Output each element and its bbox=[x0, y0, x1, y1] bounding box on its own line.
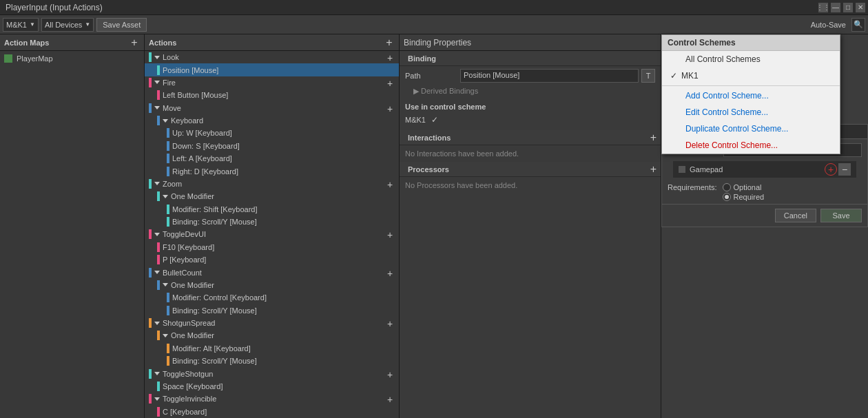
action-row[interactable]: Keyboard bbox=[145, 114, 399, 127]
scheme-row: M&K1 ✓ bbox=[405, 115, 655, 125]
panel-actions: Actions + Look + Position [Mouse] Fire +… bbox=[145, 34, 400, 418]
dropdown-item-add-control-scheme[interactable]: Add Control Scheme... bbox=[662, 87, 840, 104]
radio-group: Optional Required bbox=[723, 183, 765, 201]
processors-section-header: Processors + bbox=[400, 162, 661, 177]
remove-device-button[interactable]: − bbox=[838, 163, 851, 176]
toolbar: M&K1 ▼ All Devices ▼ Save Asset Auto-Sav… bbox=[0, 15, 868, 34]
action-row[interactable]: Binding: Scroll/Y [Mouse] bbox=[145, 355, 399, 367]
add-action-map-button[interactable]: + bbox=[129, 37, 140, 48]
action-row[interactable]: Move + bbox=[145, 102, 399, 114]
action-row[interactable]: ToggleShotgun + bbox=[145, 367, 399, 379]
color-indicator bbox=[167, 141, 169, 151]
menu-button[interactable]: ⋮⋮ bbox=[818, 3, 828, 12]
maximize-button[interactable]: □ bbox=[843, 3, 853, 12]
action-row[interactable]: Up: W [Keyboard] bbox=[145, 127, 399, 139]
action-row[interactable]: Space [Keyboard] bbox=[145, 380, 399, 393]
color-indicator bbox=[157, 90, 160, 100]
add-binding-button[interactable]: + bbox=[385, 103, 395, 113]
device-selector[interactable]: All Devices ▼ bbox=[41, 18, 94, 32]
collapse-icon bbox=[679, 166, 685, 173]
action-row[interactable]: C [Keyboard] bbox=[145, 406, 399, 418]
add-interaction-button[interactable]: + bbox=[650, 132, 657, 144]
action-row[interactable]: Left: A [Keyboard] bbox=[145, 152, 399, 165]
no-processors-text: No Processors have been added. bbox=[400, 177, 661, 194]
optional-radio[interactable]: Optional bbox=[723, 183, 765, 191]
scheme-selector[interactable]: M&K1 ▼ bbox=[3, 18, 39, 32]
action-row[interactable]: P [Keyboard] bbox=[145, 253, 399, 266]
add-binding-button[interactable]: + bbox=[385, 78, 395, 87]
action-row[interactable]: Right: D [Keyboard] bbox=[145, 165, 399, 177]
t-button[interactable]: T bbox=[641, 69, 655, 83]
action-row[interactable]: Look + bbox=[145, 51, 399, 63]
add-device-button[interactable]: + bbox=[825, 163, 837, 176]
close-button[interactable]: ✕ bbox=[856, 3, 865, 12]
expand-icon bbox=[154, 106, 160, 109]
action-row[interactable]: Modifier: Shift [Keyboard] bbox=[145, 203, 399, 216]
required-radio[interactable]: Required bbox=[723, 193, 765, 201]
binding-properties-header: Binding Properties bbox=[400, 34, 661, 51]
color-indicator bbox=[157, 255, 160, 264]
dropdown-divider bbox=[662, 85, 840, 86]
required-radio-button[interactable] bbox=[723, 193, 731, 201]
save-button[interactable]: Save bbox=[820, 209, 862, 222]
window-controls: ⋮⋮ — □ ✕ bbox=[818, 3, 865, 12]
dropdown-item-all-control-schemes[interactable]: All Control Schemes bbox=[662, 51, 840, 67]
expand-icon bbox=[154, 233, 160, 236]
action-map-icon bbox=[4, 54, 12, 63]
action-row[interactable]: Position [Mouse] bbox=[145, 63, 399, 76]
add-binding-button[interactable]: + bbox=[385, 179, 395, 189]
path-dropdown[interactable]: Position [Mouse] bbox=[460, 69, 639, 83]
dropdown-item-duplicate-control-scheme[interactable]: Duplicate Control Scheme... bbox=[662, 121, 840, 137]
expand-icon bbox=[154, 372, 160, 375]
color-indicator bbox=[157, 116, 160, 125]
dropdown-title: Control Schemes bbox=[668, 38, 736, 48]
add-binding-button[interactable]: + bbox=[385, 52, 395, 62]
add-processor-button[interactable]: + bbox=[650, 163, 657, 176]
action-map-item[interactable]: PlayerMap bbox=[0, 51, 144, 66]
scheme-name: M&K1 bbox=[405, 116, 426, 124]
action-row[interactable]: ToggleDevUI + bbox=[145, 228, 399, 240]
action-row[interactable]: Modifier: Alt [Keyboard] bbox=[145, 342, 399, 355]
color-indicator bbox=[167, 293, 169, 302]
action-row[interactable]: Binding: Scroll/Y [Mouse] bbox=[145, 216, 399, 228]
interactions-section-header: Interactions + bbox=[400, 130, 661, 145]
add-binding-button[interactable]: + bbox=[385, 318, 395, 328]
add-binding-button[interactable]: + bbox=[385, 268, 395, 278]
action-row[interactable]: One Modifier bbox=[145, 190, 399, 202]
dropdown-item-delete-control-scheme[interactable]: Delete Control Scheme... bbox=[662, 137, 840, 154]
binding-section-label: Binding bbox=[408, 54, 436, 63]
action-row[interactable]: Binding: Scroll/Y [Mouse] bbox=[145, 304, 399, 317]
action-row[interactable]: Fire + bbox=[145, 76, 399, 89]
minimize-button[interactable]: — bbox=[831, 3, 840, 12]
add-binding-button[interactable]: + bbox=[385, 229, 395, 239]
search-button[interactable]: 🔍 bbox=[851, 18, 865, 32]
dropdown-item-mk1[interactable]: ✓ MK1 bbox=[662, 67, 840, 84]
requirements-row: Requirements: Optional Required bbox=[662, 180, 867, 204]
dropdown-item-edit-control-scheme[interactable]: Edit Control Scheme... bbox=[662, 104, 840, 121]
no-interactions-text: No Interactions have been added. bbox=[400, 145, 661, 162]
add-binding-button[interactable]: + bbox=[385, 394, 395, 404]
add-action-button[interactable]: + bbox=[384, 37, 395, 48]
action-row[interactable]: BulletCount + bbox=[145, 266, 399, 278]
expand-icon bbox=[154, 397, 160, 401]
action-row[interactable]: One Modifier bbox=[145, 329, 399, 342]
cancel-button[interactable]: Cancel bbox=[775, 209, 816, 222]
color-indicator bbox=[149, 369, 152, 379]
action-row[interactable]: Zoom + bbox=[145, 178, 399, 190]
derived-bindings[interactable]: ▶ Derived Bindings bbox=[400, 85, 661, 97]
optional-radio-button[interactable] bbox=[723, 183, 731, 191]
action-row[interactable]: Down: S [Keyboard] bbox=[145, 140, 399, 152]
action-row[interactable]: ToggleInvincible + bbox=[145, 393, 399, 405]
chevron-down-icon: ▼ bbox=[85, 21, 90, 28]
use-in-scheme-section: Use in control scheme M&K1 ✓ bbox=[400, 97, 661, 130]
add-binding-button[interactable]: + bbox=[385, 369, 395, 379]
save-asset-button[interactable]: Save Asset bbox=[96, 18, 147, 32]
action-row[interactable]: Left Button [Mouse] bbox=[145, 89, 399, 101]
action-row[interactable]: Modifier: Control [Keyboard] bbox=[145, 291, 399, 304]
action-row[interactable]: F10 [Keyboard] bbox=[145, 241, 399, 253]
color-indicator bbox=[157, 65, 160, 75]
action-row[interactable]: One Modifier bbox=[145, 279, 399, 291]
color-indicator bbox=[167, 356, 169, 366]
expand-icon bbox=[163, 283, 168, 286]
action-row[interactable]: ShotgunSpread + bbox=[145, 317, 399, 329]
